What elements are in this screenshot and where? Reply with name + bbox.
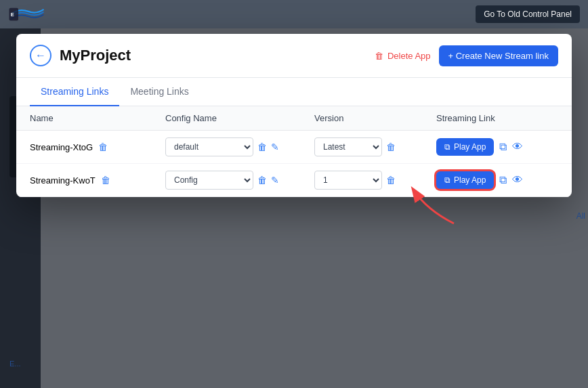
row1-config-cell: default Config 🗑 ✎ [165,137,314,156]
col-link: Streaming Link [436,113,558,123]
tabs: Streaming Links Meeting Links [16,78,572,106]
table-row: Streaming-XtoG 🗑 default Config 🗑 ✎ Late… [16,131,572,164]
row1-delete-icon[interactable]: 🗑 [98,142,108,152]
row1-play-button[interactable]: ⧉ Play App [436,138,494,156]
modal-header-right: 🗑 Delete App + Create New Stream link [375,45,558,66]
go-to-old-panel-button[interactable]: Go To Old Control Panel [476,5,580,23]
table-row: Streaming-KwoT 🗑 default Config 🗑 ✎ Late… [16,164,572,197]
row1-play-icon: ⧉ [444,142,450,152]
modal-title: MyProject [60,47,131,64]
row1-config-edit-icon[interactable]: ✎ [271,142,279,152]
row2-version-delete-icon[interactable]: 🗑 [386,175,396,186]
create-stream-link-button[interactable]: + Create New Stream link [439,45,558,66]
row1-config-select[interactable]: default Config [165,137,253,156]
row1-copy-icon[interactable]: ⧉ [499,141,507,153]
row1-eye-icon[interactable]: 👁 [512,141,523,153]
modal-header-left: ← MyProject [30,45,131,66]
row2-link-cell: ⧉ Play App ⧉ 👁 [436,171,558,189]
col-version: Version [314,113,436,123]
col-name: Name [30,113,165,123]
row1-version-delete-icon[interactable]: 🗑 [386,142,396,152]
row1-version-select[interactable]: Latest 1 2 [314,137,382,156]
row1-name-cell: Streaming-XtoG 🗑 [30,142,165,152]
row2-play-icon: ⧉ [444,175,450,185]
row2-version-cell: Latest 1 2 🗑 [314,171,436,190]
col-config: Config Name [165,113,314,123]
tab-meeting-links[interactable]: Meeting Links [119,78,199,106]
row1-link-cell: ⧉ Play App ⧉ 👁 [436,138,558,156]
back-button[interactable]: ← [30,45,51,66]
row2-delete-icon[interactable]: 🗑 [101,175,110,186]
row1-name: Streaming-XtoG [30,142,93,152]
row2-config-cell: default Config 🗑 ✎ [165,171,314,190]
row1-config-delete-icon[interactable]: 🗑 [257,142,267,152]
row2-name-cell: Streaming-KwoT 🗑 [30,175,165,186]
top-bar: E Go To Old Control Panel [0,0,588,28]
back-arrow-icon: ← [35,49,46,62]
modal-body: Name Config Name Version Streaming Link … [16,106,572,197]
row2-config-edit-icon[interactable]: ✎ [271,175,279,186]
logo-area: E [8,5,49,24]
modal-header: ← MyProject 🗑 Delete App + Create New St… [16,34,572,78]
row2-config-delete-icon[interactable]: 🗑 [257,175,267,186]
tab-streaming-links[interactable]: Streaming Links [30,78,119,106]
delete-app-button[interactable]: 🗑 Delete App [375,51,431,61]
row2-name: Streaming-KwoT [30,175,96,186]
svg-text:E: E [11,12,14,18]
row2-copy-icon[interactable]: ⧉ [499,174,507,186]
row2-eye-icon[interactable]: 👁 [512,174,523,186]
row2-version-select[interactable]: Latest 1 2 [314,171,382,190]
modal: ← MyProject 🗑 Delete App + Create New St… [16,34,572,197]
row2-play-button[interactable]: ⧉ Play App [436,171,494,189]
row1-version-cell: Latest 1 2 🗑 [314,137,436,156]
trash-icon: 🗑 [375,51,383,61]
row2-config-select[interactable]: default Config [165,171,253,190]
table-header: Name Config Name Version Streaming Link [16,106,572,131]
